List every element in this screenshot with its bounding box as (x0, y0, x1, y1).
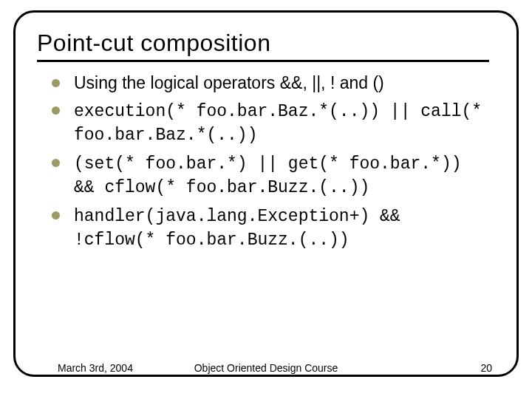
footer-date: March 3rd, 2004 (58, 362, 133, 374)
bullet-list: Using the logical operators &&, ||, ! an… (49, 72, 486, 251)
title-underline (37, 60, 489, 62)
bullet-text: handler(java.lang.Exception+) && !cflow(… (74, 207, 400, 249)
bullet-item: execution(* foo.bar.Baz.*(..)) || call(*… (49, 100, 486, 146)
bullet-item: handler(java.lang.Exception+) && !cflow(… (49, 205, 486, 251)
slide-title: Point-cut composition (37, 30, 516, 57)
bullet-text: Using the logical operators &&, ||, ! an… (74, 73, 384, 92)
bullet-text: (set(* foo.bar.*) || get(* foo.bar.*)) &… (74, 154, 462, 197)
slide: Point-cut composition Using the logical … (0, 0, 532, 399)
footer-course: Object Oriented Design Course (194, 362, 338, 374)
slide-footer: March 3rd, 2004 Object Oriented Design C… (0, 362, 532, 374)
slide-body: Using the logical operators &&, ||, ! an… (49, 72, 486, 251)
footer-page-number: 20 (480, 362, 492, 374)
bullet-text: execution(* foo.bar.Baz.*(..)) || call(*… (74, 102, 482, 144)
bullet-item: Using the logical operators &&, ||, ! an… (49, 72, 486, 94)
bullet-item: (set(* foo.bar.*) || get(* foo.bar.*)) &… (49, 152, 486, 199)
